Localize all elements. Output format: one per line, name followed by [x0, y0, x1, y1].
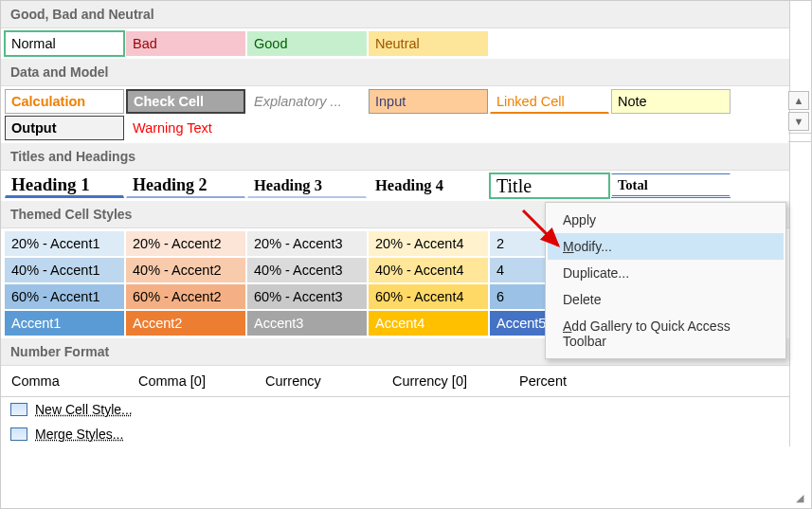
- scroll-down-button[interactable]: ▼: [788, 112, 809, 131]
- style-heading3[interactable]: Heading 3: [247, 173, 367, 198]
- new-cell-style-button[interactable]: New Cell Style...: [1, 397, 789, 422]
- ctx-add-gallery-qat[interactable]: Add Gallery to Quick Access Toolbar: [548, 313, 784, 354]
- style-linked-cell[interactable]: Linked Cell: [490, 89, 609, 114]
- style-percent[interactable]: Percent: [513, 369, 638, 393]
- scroll-up-button[interactable]: ▲: [788, 91, 809, 110]
- scroll-divider: [788, 133, 811, 142]
- style-40-accent1[interactable]: 40% - Accent1: [5, 258, 124, 282]
- style-60-accent3[interactable]: 60% - Accent3: [247, 284, 367, 309]
- style-calculation[interactable]: Calculation: [5, 89, 124, 114]
- style-comma-0[interactable]: Comma [0]: [132, 369, 257, 393]
- style-heading2[interactable]: Heading 2: [126, 173, 245, 198]
- style-20-accent4[interactable]: 20% - Accent4: [369, 231, 488, 256]
- style-currency[interactable]: Currency: [259, 369, 384, 393]
- section-titles-headings: Titles and Headings: [1, 143, 789, 171]
- style-20-accent1[interactable]: 20% - Accent1: [5, 231, 124, 256]
- style-60-accent1[interactable]: 60% - Accent1: [5, 284, 124, 309]
- style-accent1[interactable]: Accent1: [5, 311, 124, 336]
- style-note[interactable]: Note: [611, 89, 731, 114]
- style-check-cell[interactable]: Check Cell: [126, 89, 245, 114]
- style-accent2[interactable]: Accent2: [126, 311, 245, 336]
- merge-styles-label: Merge Styles...: [35, 427, 123, 442]
- style-neutral[interactable]: Neutral: [369, 31, 488, 56]
- style-explanatory[interactable]: Explanatory ...: [247, 89, 367, 114]
- section-good-bad-neutral: Good, Bad and Neutral: [1, 1, 789, 28]
- style-total[interactable]: Total: [611, 173, 731, 198]
- style-input[interactable]: Input: [369, 89, 488, 114]
- style-40-accent2[interactable]: 40% - Accent2: [126, 258, 245, 282]
- style-heading4[interactable]: Heading 4: [369, 173, 488, 198]
- scroll-controls: ▲ ▼: [788, 91, 811, 142]
- style-40-accent4[interactable]: 40% - Accent4: [369, 258, 488, 282]
- ctx-apply[interactable]: Apply: [548, 207, 784, 233]
- new-style-icon: [10, 403, 27, 416]
- ctx-delete[interactable]: Delete: [548, 286, 784, 313]
- style-bad[interactable]: Bad: [126, 31, 245, 56]
- ctx-modify[interactable]: Modify...: [548, 233, 784, 260]
- style-output[interactable]: Output: [5, 116, 124, 140]
- gallery-footer: New Cell Style... Merge Styles...: [1, 396, 789, 446]
- new-cell-style-label: New Cell Style...: [35, 402, 133, 417]
- style-heading1[interactable]: Heading 1: [5, 173, 124, 198]
- style-currency-0[interactable]: Currency [0]: [386, 369, 511, 393]
- style-normal[interactable]: Normal: [5, 31, 124, 56]
- style-60-accent4[interactable]: 60% - Accent4: [369, 284, 488, 309]
- style-40-accent3[interactable]: 40% - Accent3: [247, 258, 367, 282]
- merge-styles-button[interactable]: Merge Styles...: [1, 422, 789, 446]
- style-warning-text[interactable]: Warning Text: [126, 116, 245, 140]
- style-accent4[interactable]: Accent4: [369, 311, 488, 336]
- style-title[interactable]: Title: [490, 173, 609, 198]
- context-menu: Apply Modify... Duplicate... Delete Add …: [545, 202, 786, 359]
- ctx-duplicate[interactable]: Duplicate...: [548, 260, 784, 286]
- style-20-accent2[interactable]: 20% - Accent2: [126, 231, 245, 256]
- section-data-model: Data and Model: [1, 59, 789, 86]
- style-comma[interactable]: Comma: [5, 369, 130, 393]
- merge-styles-icon: [10, 427, 27, 441]
- style-accent3[interactable]: Accent3: [247, 311, 367, 336]
- style-good[interactable]: Good: [247, 31, 367, 56]
- resize-handle-icon[interactable]: ◢: [790, 492, 809, 506]
- style-20-accent3[interactable]: 20% - Accent3: [247, 231, 367, 256]
- style-60-accent2[interactable]: 60% - Accent2: [126, 284, 245, 309]
